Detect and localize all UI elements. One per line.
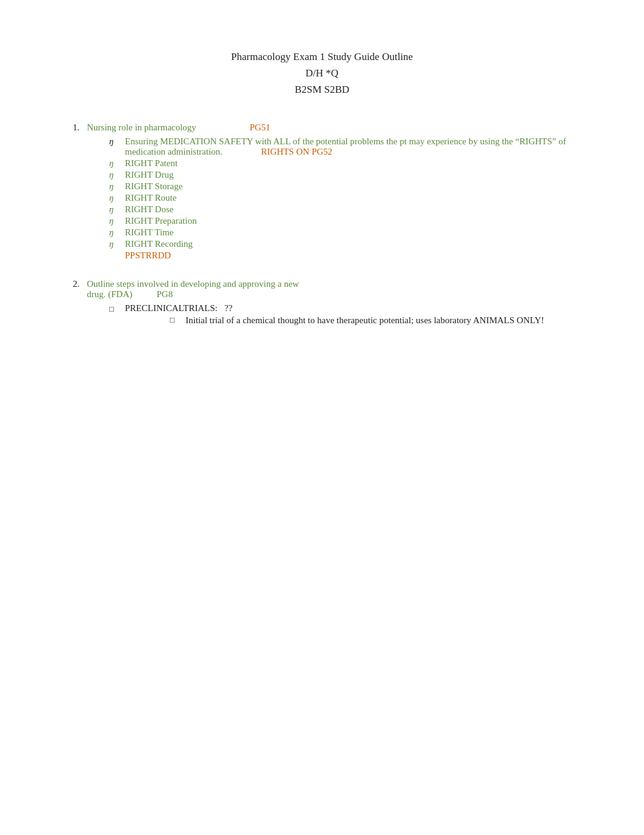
- bullet-icon-5: ŋ: [109, 216, 122, 226]
- rights-list: ŋ RIGHT Patent ŋ RIGHT Drug ŋ RIGHT Stor…: [109, 158, 571, 249]
- rights-label-4: RIGHT Dose: [125, 204, 173, 215]
- bullet-icon-2: ŋ: [109, 181, 122, 192]
- rights-item-2: ŋ RIGHT Storage: [109, 181, 571, 192]
- header-line3: B2SM S2BD: [73, 81, 571, 98]
- rights-label-7: RIGHT Recording: [125, 239, 193, 249]
- section-1-title: Nursing role in pharmacology: [87, 122, 196, 133]
- section-2-title: Outline steps involved in developing and…: [87, 279, 299, 300]
- section-2-preclinical-block: □ PRECLINICALTRIALS: ?? □ Initial trial …: [109, 303, 571, 326]
- header-line2: D/H *Q: [73, 65, 571, 81]
- preclinical-bullet: □ PRECLINICALTRIALS: ??: [109, 303, 571, 314]
- section-1-desc-block: ŋ Ensuring MEDICATION SAFETY with ALL of…: [109, 136, 571, 261]
- sub-bullet-icon-0: □: [170, 315, 183, 325]
- bullet-icon-3: ŋ: [109, 193, 122, 203]
- bullet-icon-0: ŋ: [109, 158, 122, 169]
- bullet-icon-1: ŋ: [109, 170, 122, 180]
- rights-label-5: RIGHT Preparation: [125, 216, 196, 226]
- page-header: Pharmacology Exam 1 Study Guide Outline …: [73, 49, 571, 98]
- rights-item-6: ŋ RIGHT Time: [109, 227, 571, 238]
- section-2: 2. Outline steps involved in developing …: [73, 279, 571, 326]
- small-bullet-icon-preclinical: □: [109, 304, 122, 314]
- rights-label-3: RIGHT Route: [125, 193, 176, 203]
- bullet-icon-4: ŋ: [109, 204, 122, 215]
- preclinical-subitem-0: □ Initial trial of a chemical thought to…: [170, 315, 571, 326]
- mnemonic: PPSTRRDD: [125, 250, 571, 261]
- rights-item-3: ŋ RIGHT Route: [109, 193, 571, 203]
- bullet-icon-desc: ŋ: [109, 136, 122, 147]
- preclinical-subitem-block: □ Initial trial of a chemical thought to…: [170, 315, 571, 326]
- bullet-icon-6: ŋ: [109, 227, 122, 238]
- section-2-number: 2.: [73, 279, 79, 289]
- rights-label-6: RIGHT Time: [125, 227, 173, 238]
- rights-item-7: ŋ RIGHT Recording: [109, 239, 571, 249]
- section-1-desc-bullet: ŋ Ensuring MEDICATION SAFETY with ALL of…: [109, 136, 571, 157]
- rights-label-2: RIGHT Storage: [125, 181, 183, 192]
- section-2-pg: PG8: [156, 289, 173, 299]
- section-2-heading: 2. Outline steps involved in developing …: [73, 279, 571, 300]
- preclinical-subitem-text-0: Initial trial of a chemical thought to h…: [186, 315, 544, 326]
- preclinical-label: PRECLINICALTRIALS: ??: [125, 303, 232, 314]
- rights-item-0: ŋ RIGHT Patent: [109, 158, 571, 169]
- rights-item-1: ŋ RIGHT Drug: [109, 170, 571, 180]
- section-1-heading: 1. Nursing role in pharmacology PG51: [73, 122, 571, 133]
- rights-item-5: ŋ RIGHT Preparation: [109, 216, 571, 226]
- section-1-desc-orange: RIGHTS ON PG52: [261, 147, 333, 156]
- section-1-pg: PG51: [250, 122, 270, 133]
- section-1-number: 1.: [73, 122, 79, 133]
- rights-item-4: ŋ RIGHT Dose: [109, 204, 571, 215]
- bullet-icon-7: ŋ: [109, 239, 122, 249]
- rights-label-1: RIGHT Drug: [125, 170, 173, 180]
- section-1: 1. Nursing role in pharmacology PG51 ŋ E…: [73, 122, 571, 261]
- rights-label-0: RIGHT Patent: [125, 158, 178, 169]
- section-1-desc-green: Ensuring MEDICATION SAFETY with ALL of t…: [125, 136, 566, 156]
- header-line1: Pharmacology Exam 1 Study Guide Outline: [73, 49, 571, 65]
